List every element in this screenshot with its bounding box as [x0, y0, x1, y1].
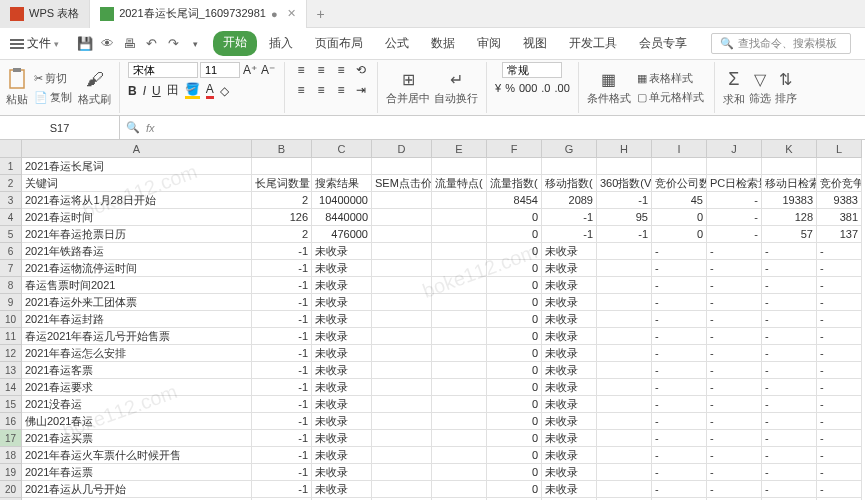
cell[interactable]: 2021春运外来工团体票 [22, 294, 252, 311]
cell[interactable] [597, 464, 652, 481]
cell[interactable]: 关键词 [22, 175, 252, 192]
cell[interactable]: -1 [252, 294, 312, 311]
cell[interactable]: 2021年春运封路 [22, 311, 252, 328]
cell[interactable]: 0 [487, 294, 542, 311]
cell[interactable]: 381 [817, 209, 862, 226]
cell[interactable]: - [652, 243, 707, 260]
cell[interactable]: - [817, 464, 862, 481]
align-center-icon[interactable]: ≡ [313, 82, 329, 98]
cell[interactable]: 未收录 [542, 277, 597, 294]
bold-button[interactable]: B [128, 84, 137, 98]
cell[interactable] [432, 277, 487, 294]
ribbon-tab[interactable]: 会员专享 [629, 31, 697, 56]
cell[interactable]: -1 [252, 277, 312, 294]
cell[interactable]: - [652, 396, 707, 413]
cell[interactable]: - [762, 243, 817, 260]
ribbon-tab[interactable]: 公式 [375, 31, 419, 56]
cell[interactable]: 2021春运要求 [22, 379, 252, 396]
cell[interactable]: 57 [762, 226, 817, 243]
cell[interactable]: - [762, 311, 817, 328]
save-icon[interactable]: 💾 [77, 36, 93, 52]
align-top-icon[interactable]: ≡ [293, 62, 309, 78]
font-name-select[interactable] [128, 62, 198, 78]
cell[interactable]: - [652, 362, 707, 379]
orientation-icon[interactable]: ⟲ [353, 62, 369, 78]
cell[interactable]: 未收录 [542, 430, 597, 447]
cell[interactable]: -1 [597, 226, 652, 243]
cell[interactable]: 2021春运长尾词 [22, 158, 252, 175]
sort-button[interactable]: ⇅ 排序 [775, 70, 797, 106]
column-header[interactable]: A [22, 140, 252, 158]
cell[interactable]: - [817, 243, 862, 260]
row-header[interactable]: 9 [0, 294, 22, 311]
cell[interactable]: -1 [252, 243, 312, 260]
cell[interactable] [372, 345, 432, 362]
row-header[interactable]: 15 [0, 396, 22, 413]
cell[interactable]: 未收录 [312, 362, 372, 379]
cell[interactable]: 竞价竞争激 [817, 175, 862, 192]
cell[interactable]: - [707, 345, 762, 362]
row-header[interactable]: 12 [0, 345, 22, 362]
cell[interactable] [432, 226, 487, 243]
cell[interactable] [432, 362, 487, 379]
cell[interactable]: 126 [252, 209, 312, 226]
cell[interactable]: 未收录 [312, 294, 372, 311]
row-header[interactable]: 18 [0, 447, 22, 464]
cell[interactable] [597, 277, 652, 294]
cell[interactable]: - [817, 396, 862, 413]
cell[interactable]: 未收录 [542, 243, 597, 260]
cell[interactable]: 流量特点( [432, 175, 487, 192]
cell[interactable] [597, 158, 652, 175]
cell[interactable]: 0 [487, 413, 542, 430]
cell[interactable] [597, 311, 652, 328]
cell[interactable]: - [652, 260, 707, 277]
copy-button[interactable]: 📄复制 [32, 89, 74, 106]
increase-font-icon[interactable]: A⁺ [242, 62, 258, 78]
column-header[interactable]: E [432, 140, 487, 158]
print-icon[interactable]: 🖶 [121, 36, 137, 52]
cell[interactable]: SEM点击价 [372, 175, 432, 192]
cell[interactable]: - [762, 294, 817, 311]
cell[interactable] [652, 158, 707, 175]
cell[interactable]: PC日检索量 [707, 175, 762, 192]
print-preview-icon[interactable]: 👁 [99, 36, 115, 52]
cell[interactable]: - [817, 260, 862, 277]
cell[interactable] [372, 226, 432, 243]
cell[interactable]: 2021没春运 [22, 396, 252, 413]
cell[interactable] [597, 447, 652, 464]
name-box[interactable]: S17 [0, 116, 120, 139]
undo-icon[interactable]: ↶ [143, 36, 159, 52]
cell[interactable]: - [762, 260, 817, 277]
cell[interactable]: - [817, 447, 862, 464]
cell[interactable]: - [707, 430, 762, 447]
row-header[interactable]: 11 [0, 328, 22, 345]
cell[interactable]: 45 [652, 192, 707, 209]
cell[interactable] [597, 430, 652, 447]
cell[interactable]: - [652, 447, 707, 464]
app-menu-button[interactable]: 文件 ▾ [4, 33, 65, 54]
cell[interactable]: 未收录 [312, 464, 372, 481]
cell[interactable]: 8454 [487, 192, 542, 209]
cell[interactable]: 未收录 [542, 447, 597, 464]
cell[interactable]: 春运2021年春运几号开始售票 [22, 328, 252, 345]
cells-area[interactable]: 2021春运长尾词关键词长尾词数量搜索结果SEM点击价流量特点(流量指数(移动指… [22, 158, 865, 500]
cell[interactable]: - [707, 226, 762, 243]
spreadsheet-grid[interactable]: ABCDEFGHIJKL 123456789101112131415161718… [0, 140, 865, 500]
clear-format-button[interactable]: ◇ [220, 84, 229, 98]
align-middle-icon[interactable]: ≡ [313, 62, 329, 78]
borders-button[interactable]: 田 [167, 82, 179, 99]
column-header[interactable]: B [252, 140, 312, 158]
cell[interactable]: 春运售票时间2021 [22, 277, 252, 294]
cell[interactable]: -1 [252, 430, 312, 447]
cell[interactable]: - [652, 294, 707, 311]
cell[interactable]: 未收录 [312, 430, 372, 447]
cell[interactable]: - [707, 328, 762, 345]
cell[interactable]: - [762, 413, 817, 430]
cell[interactable] [762, 158, 817, 175]
cell[interactable]: 0 [487, 243, 542, 260]
cell[interactable]: - [762, 379, 817, 396]
cell[interactable]: 未收录 [312, 447, 372, 464]
cell[interactable]: 未收录 [312, 345, 372, 362]
cell[interactable]: 0 [487, 379, 542, 396]
conditional-format-button[interactable]: ▦ 条件格式 [587, 70, 631, 106]
